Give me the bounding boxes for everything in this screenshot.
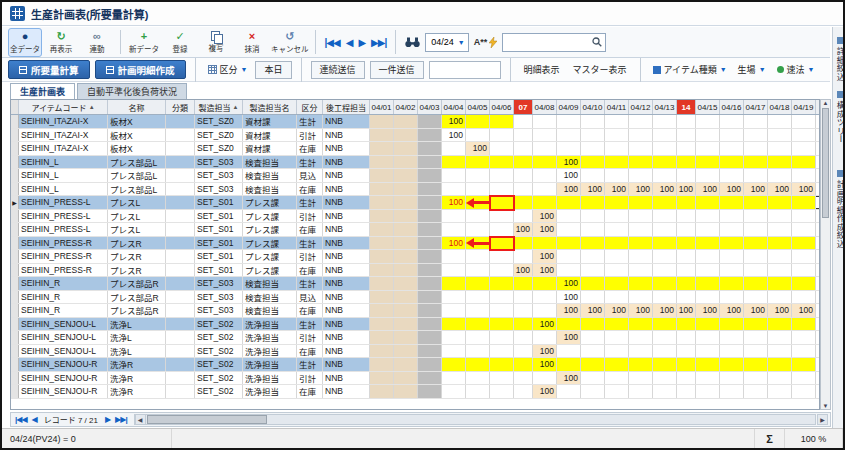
speed-dropdown[interactable]: 速法 ▼ — [774, 63, 818, 76]
date-cell[interactable] — [394, 129, 418, 142]
date-cell[interactable] — [581, 358, 605, 371]
toolbar-button-cancel[interactable]: ↺キャンセル — [271, 28, 309, 57]
date-cell[interactable] — [394, 291, 418, 304]
date-cell[interactable] — [394, 372, 418, 385]
date-cell[interactable] — [370, 385, 394, 398]
date-cell[interactable] — [605, 277, 629, 290]
horizontal-scroll-thumb[interactable] — [147, 415, 267, 424]
date-cell[interactable] — [370, 304, 394, 317]
date-cell[interactable] — [394, 277, 418, 290]
date-cell[interactable] — [629, 237, 653, 250]
date-cell[interactable] — [418, 223, 442, 236]
date-cell[interactable] — [792, 250, 816, 263]
date-cell[interactable] — [394, 358, 418, 371]
date-cell[interactable] — [696, 345, 720, 358]
date-cell[interactable]: 100 — [442, 237, 466, 250]
date-cell[interactable] — [653, 291, 677, 304]
record-prev-button[interactable]: ◀ — [30, 415, 39, 424]
date-cell[interactable] — [720, 169, 744, 182]
date-cell[interactable] — [696, 358, 720, 371]
date-cell[interactable] — [557, 250, 581, 263]
date-cell[interactable]: 100 — [629, 183, 653, 196]
date-cell[interactable] — [605, 345, 629, 358]
date-cell[interactable] — [605, 142, 629, 155]
date-cell[interactable]: 100 — [792, 183, 816, 196]
date-cell[interactable] — [720, 210, 744, 223]
date-cell[interactable] — [744, 345, 768, 358]
date-cell[interactable] — [370, 142, 394, 155]
date-cell[interactable] — [490, 183, 514, 196]
date-cell[interactable] — [418, 277, 442, 290]
date-cell[interactable] — [490, 291, 514, 304]
date-cell[interactable]: 100 — [533, 223, 557, 236]
date-cell[interactable] — [466, 372, 490, 385]
sidebar-tab-structure-tree[interactable]: 構成ツリー — [834, 91, 845, 144]
date-cell[interactable]: 100 — [514, 264, 533, 277]
date-cell[interactable] — [720, 318, 744, 331]
date-cell[interactable] — [533, 129, 557, 142]
date-cell[interactable] — [581, 318, 605, 331]
date-cell[interactable] — [629, 210, 653, 223]
date-cell[interactable] — [792, 358, 816, 371]
date-cell[interactable] — [629, 385, 653, 398]
date-cell[interactable] — [581, 250, 605, 263]
date-cell[interactable] — [370, 237, 394, 250]
date-cell[interactable] — [418, 169, 442, 182]
date-header-04/17[interactable]: 04/17 — [744, 100, 768, 114]
date-cell[interactable] — [514, 250, 533, 263]
date-cell[interactable] — [653, 129, 677, 142]
date-cell[interactable] — [442, 142, 466, 155]
date-cell[interactable] — [418, 210, 442, 223]
date-cell[interactable] — [677, 223, 696, 236]
column-header-5[interactable]: 製造担当名 — [243, 100, 297, 114]
date-cell[interactable]: 100 — [792, 304, 816, 317]
date-cell[interactable] — [418, 358, 442, 371]
date-cell[interactable] — [466, 156, 490, 169]
date-cell[interactable] — [605, 223, 629, 236]
date-cell[interactable] — [720, 372, 744, 385]
date-cell[interactable] — [557, 196, 581, 209]
date-header-04/16[interactable]: 04/16 — [720, 100, 744, 114]
date-cell[interactable] — [696, 156, 720, 169]
record-next-button[interactable]: ▶ — [103, 415, 112, 424]
date-cell[interactable]: 100 — [696, 183, 720, 196]
item-type-dropdown[interactable]: アイテム種類 ▼ — [650, 63, 730, 76]
date-cell[interactable] — [677, 156, 696, 169]
date-cell[interactable]: 100 — [581, 304, 605, 317]
binoculars-icon[interactable] — [402, 37, 423, 48]
date-cell[interactable] — [629, 318, 653, 331]
date-header-04/10[interactable]: 04/10 — [581, 100, 605, 114]
date-cell[interactable] — [370, 250, 394, 263]
date-cell[interactable] — [370, 264, 394, 277]
date-cell[interactable] — [370, 156, 394, 169]
requirements-calc-button[interactable]: 所要量計算 — [8, 60, 90, 79]
date-cell[interactable] — [744, 196, 768, 209]
date-cell[interactable] — [418, 115, 442, 128]
date-cell[interactable]: 100 — [514, 223, 533, 236]
date-cell[interactable] — [696, 372, 720, 385]
date-cell[interactable] — [653, 196, 677, 209]
date-cell[interactable] — [442, 291, 466, 304]
date-cell[interactable] — [442, 331, 466, 344]
date-cell[interactable] — [466, 291, 490, 304]
date-cell[interactable] — [605, 237, 629, 250]
vertical-scrollbar[interactable]: ▲ ▼ — [820, 99, 831, 410]
table-row[interactable]: SEIHIN_SENJOU-R洗浄RSET_S02洗浄担当生計NNB100 — [11, 358, 819, 372]
toolbar-button-delete[interactable]: ×抹消 — [235, 28, 269, 57]
date-cell[interactable] — [466, 183, 490, 196]
date-cell[interactable] — [653, 115, 677, 128]
date-cell[interactable] — [466, 264, 490, 277]
date-cell[interactable] — [370, 210, 394, 223]
scroll-left-icon[interactable]: ◀ — [135, 414, 146, 425]
date-cell[interactable] — [394, 385, 418, 398]
date-header-04/19[interactable]: 04/19 — [792, 100, 816, 114]
date-cell[interactable] — [442, 210, 466, 223]
date-cell[interactable] — [629, 142, 653, 155]
date-cell[interactable] — [696, 291, 720, 304]
date-header-04/03[interactable]: 04/03 — [418, 100, 442, 114]
date-cell[interactable] — [370, 345, 394, 358]
date-cell[interactable] — [466, 129, 490, 142]
date-cell[interactable] — [514, 318, 533, 331]
date-cell[interactable] — [514, 210, 533, 223]
date-cell[interactable]: 100 — [768, 183, 792, 196]
